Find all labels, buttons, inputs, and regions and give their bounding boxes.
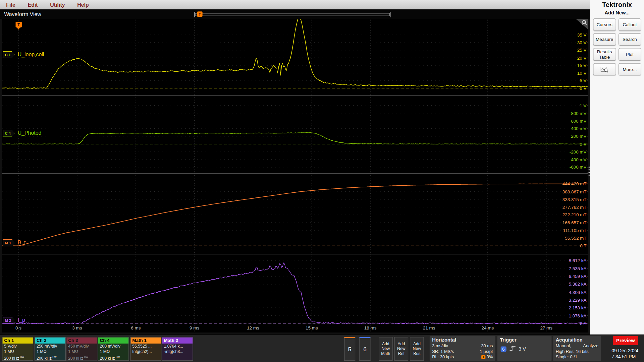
preview-button[interactable]: Preview bbox=[613, 336, 638, 345]
right-sidebar: Tektronix Add New... CursorsCalloutMeasu… bbox=[590, 0, 644, 335]
waveform-slice-m1[interactable]: 444.420 mT388.867 mT333.315 mT277.762 mT… bbox=[2, 174, 588, 254]
add-new-ref[interactable]: AddNewRef bbox=[394, 337, 409, 361]
scale-tick-m2: 6.459 kA bbox=[569, 274, 586, 279]
badge-header-ch-2: Ch 2 bbox=[35, 338, 65, 344]
scale-tick-ch4: 800 mV bbox=[571, 111, 586, 116]
scale-tick-m2: 8.612 kA bbox=[569, 258, 586, 263]
badge-line: 55.5525 ... bbox=[130, 344, 161, 349]
trigger-panel[interactable]: Trigger 6 3 V bbox=[497, 336, 552, 361]
add-new-heading: Add New... bbox=[590, 10, 644, 15]
waveform-slice-ch4[interactable]: 1 V800 mV600 mV400 mV200 mV0 V-200 mV-40… bbox=[2, 96, 588, 174]
trigger-position-flag[interactable]: T bbox=[15, 22, 21, 27]
sidebar-button-more[interactable]: More... bbox=[618, 63, 641, 76]
date-label: 09 Dec 2024 bbox=[611, 348, 641, 354]
badge-math-2[interactable]: Math 21.0764 k...-intg(ch3... bbox=[162, 337, 193, 361]
waveform-slice-ch1[interactable]: 35 V30 V25 V20 V15 V10 V5 V0 VC 1U_loop,… bbox=[2, 19, 588, 96]
acquisition-panel[interactable]: Acquisition Manual, Analyze High Res: 16… bbox=[553, 336, 601, 361]
scale-tick-ch1: 30 V bbox=[577, 40, 587, 45]
badge-header-ch-3: Ch 3 bbox=[66, 338, 97, 344]
trigger-level: 3 V bbox=[519, 346, 526, 352]
sidebar-button-grid: CursorsCalloutMeasureSearchResults Table… bbox=[590, 18, 644, 76]
badge-line: Intg(ch2)... bbox=[130, 349, 161, 354]
sidebar-button-search[interactable]: Search bbox=[618, 33, 641, 46]
scale-tick-ch4: -400 mV bbox=[570, 157, 587, 162]
sidebar-button-results-table[interactable]: Results Table bbox=[593, 48, 616, 61]
graticule-m2 bbox=[2, 254, 588, 333]
badge-line: 1 MΩ bbox=[66, 349, 97, 354]
scale-tick-m2: 7.535 kA bbox=[569, 266, 586, 271]
menu-file[interactable]: File bbox=[6, 1, 15, 7]
scale-tick-ch4: 200 mV bbox=[571, 134, 586, 139]
scale-tick-ch4: 0 V bbox=[580, 141, 586, 146]
sidebar-button-plot[interactable]: Plot bbox=[618, 48, 641, 61]
add-new-math[interactable]: AddNewMath bbox=[379, 337, 393, 361]
scale-tick-m1: 111.105 mT bbox=[563, 228, 587, 233]
scale-tick-ch4: 1 V bbox=[580, 103, 586, 108]
menu-edit[interactable]: Edit bbox=[28, 1, 38, 7]
rising-edge-icon bbox=[509, 345, 516, 353]
menu-help[interactable]: Help bbox=[77, 1, 89, 7]
acquisition-analyze: Analyze bbox=[583, 343, 598, 349]
scale-tick-ch4: 600 mV bbox=[571, 118, 586, 123]
sidebar-button-measure[interactable]: Measure bbox=[593, 33, 616, 46]
badge-line: 1 MΩ bbox=[35, 349, 65, 354]
badge-ch-2[interactable]: Ch 2250 mV/div1 MΩ200 kHzBw bbox=[35, 337, 66, 361]
badge-ch-3[interactable]: Ch 3450 mV/div1 MΩ200 kHzBw bbox=[66, 337, 97, 361]
trace-ch1 bbox=[2, 19, 588, 88]
tektronix-logo: Tektronix bbox=[590, 1, 644, 9]
badge-line: 1 MΩ bbox=[2, 349, 33, 354]
badge-header-math-2: Math 2 bbox=[162, 338, 193, 344]
menu-utility[interactable]: Utility bbox=[50, 1, 65, 7]
scale-tick-ch1: 35 V bbox=[577, 33, 587, 38]
trace-label-ch1: U_loop,coil bbox=[18, 51, 44, 57]
datetime: 09 Dec 2024 7:34:51 PM bbox=[611, 348, 641, 360]
scale-tick-m2: 5.382 kA bbox=[569, 282, 586, 287]
horizontal-panel[interactable]: Horizontal 3 ms/div30 msSR: 1 MS/s1 µs/p… bbox=[430, 336, 495, 361]
waveform-plot[interactable]: 35 V30 V25 V20 V15 V10 V5 V0 VC 1U_loop,… bbox=[2, 19, 588, 333]
trigger-position-icon: T bbox=[481, 355, 485, 359]
badge-bandwidth: 200 kHzBw bbox=[2, 354, 33, 361]
sidebar-button-plot-zoom[interactable] bbox=[593, 63, 616, 76]
add-new-bus[interactable]: AddNewBus bbox=[410, 337, 424, 361]
waveform-view-header: Waveform View T bbox=[0, 9, 590, 19]
oscilloscope-app: FileEditUtilityHelp Waveform View T 35 V… bbox=[0, 0, 644, 362]
scale-tick-m1: 388.867 mT bbox=[562, 189, 587, 194]
scale-tick-m1: 166.657 mT bbox=[562, 220, 587, 225]
record-view-scrollbar[interactable]: T bbox=[195, 13, 390, 16]
badge-line: -intg(ch3... bbox=[162, 349, 193, 354]
menu-bar: FileEditUtilityHelp bbox=[0, 0, 590, 9]
scale-tick-m1: 0 T bbox=[580, 243, 586, 248]
graticule-m1 bbox=[2, 174, 588, 254]
sidebar-button-cursors[interactable]: Cursors bbox=[593, 18, 616, 31]
acquisition-single: Single: 0 /1 bbox=[556, 354, 577, 360]
scale-tick-ch1: 15 V bbox=[577, 63, 587, 68]
waveform-slice-m2[interactable]: 8.612 kA7.535 kA6.459 kA5.382 kA4.306 kA… bbox=[2, 254, 588, 333]
trace-m2 bbox=[2, 263, 588, 323]
channel-6-button[interactable]: 6 bbox=[359, 337, 370, 361]
scale-tick-m2: 2.153 kA bbox=[569, 305, 586, 310]
badge-line: 1.0764 k... bbox=[162, 344, 193, 349]
trigger-source-badge: 6 bbox=[501, 346, 506, 352]
trace-label-m1: B_t bbox=[18, 239, 26, 245]
badge-math-1[interactable]: Math 155.5525 ...Intg(ch2)... bbox=[130, 337, 161, 361]
trigger-title: Trigger bbox=[497, 336, 552, 343]
scale-tick-ch4: -200 mV bbox=[570, 149, 587, 154]
scale-tick-m2: 3.229 kA bbox=[569, 297, 586, 302]
channel-5-button[interactable]: 5 bbox=[344, 337, 355, 361]
badge-line: 250 mV/div bbox=[35, 344, 65, 349]
scale-tick-m2: 1.076 kA bbox=[569, 313, 586, 318]
scale-tick-ch1: 10 V bbox=[577, 70, 587, 75]
badge-header-ch-1: Ch 1 bbox=[2, 338, 33, 344]
badge-ch-4[interactable]: Ch 4200 mV/div1 MΩ200 kHzBw bbox=[98, 337, 129, 361]
scale-tick-ch4: -600 mV bbox=[570, 165, 587, 170]
time-label: 7:34:51 PM bbox=[611, 354, 641, 360]
settings-bar: Horizontal 3 ms/div30 msSR: 1 MS/s1 µs/p… bbox=[0, 335, 644, 362]
badge-line: 1 MΩ bbox=[98, 349, 129, 354]
horizontal-title: Horizontal bbox=[430, 336, 495, 343]
sidebar-button-callout[interactable]: Callout bbox=[618, 18, 641, 31]
record-trigger-marker[interactable]: T bbox=[197, 11, 203, 17]
scale-tick-m1: 55.552 mT bbox=[565, 236, 586, 241]
panel-resize-handle[interactable] bbox=[587, 166, 590, 177]
badge-ch-1[interactable]: Ch 15 V/div1 MΩ200 kHzBw bbox=[2, 337, 33, 361]
badge-bandwidth: 200 kHzBw bbox=[98, 354, 129, 361]
